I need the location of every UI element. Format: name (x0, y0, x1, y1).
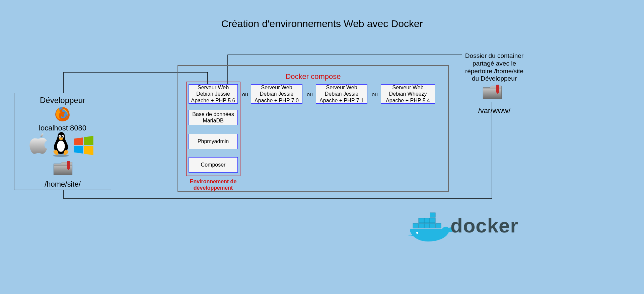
svg-rect-17 (436, 223, 441, 228)
php71-l1: Serveur Web (326, 85, 357, 90)
php54-l2: Debian Wheezy (389, 91, 427, 97)
composer-label: Composer (201, 162, 226, 168)
svg-rect-14 (419, 223, 424, 228)
phpmyadmin-label: Phpmyadmin (198, 138, 229, 144)
service-mariadb: Base de donnéesMariaDB (189, 110, 238, 125)
share-l1: Dossier du container (465, 52, 523, 59)
share-l3: répertoire /home/site (465, 68, 523, 75)
docker-compose-title: Docker compose (177, 72, 449, 81)
php70-l1: Serveur Web (261, 85, 292, 90)
share-caption: Dossier du container partagé avec le rép… (461, 52, 528, 83)
svg-point-5 (62, 136, 63, 137)
home-site-label: /home/site/ (14, 180, 111, 189)
svg-point-1 (53, 154, 69, 157)
mariadb-l1: Base de données (192, 111, 234, 117)
service-composer: Composer (189, 157, 238, 173)
php71-l3: Apache + PHP 7.1 (319, 98, 364, 103)
or-3: ou (372, 92, 378, 98)
service-php71: Serveur WebDebian JessieApache + PHP 7.1 (316, 84, 367, 104)
php54-l1: Serveur Web (392, 85, 423, 90)
env-caption-l1: Environnement de (190, 179, 237, 184)
developer-heading: Développeur (14, 96, 111, 105)
firefox-icon (54, 105, 71, 123)
svg-rect-9 (430, 213, 435, 217)
windows-icon (74, 135, 94, 156)
svg-point-18 (416, 232, 418, 234)
or-1: ou (242, 92, 248, 98)
apple-icon (28, 133, 48, 156)
var-www-label: /var/www/ (461, 106, 528, 115)
php71-l2: Debian Jessie (325, 91, 359, 97)
svg-point-4 (60, 136, 61, 137)
php70-l3: Apache + PHP 7.0 (255, 98, 299, 103)
svg-rect-13 (413, 223, 418, 228)
share-l4: du Développeur (472, 75, 517, 82)
svg-rect-11 (424, 218, 430, 223)
or-2: ou (307, 92, 313, 98)
php70-l2: Debian Jessie (260, 91, 294, 97)
svg-rect-16 (430, 223, 435, 228)
svg-point-6 (57, 140, 65, 152)
folder-icon (53, 161, 73, 177)
service-phpmyadmin: Phpmyadmin (189, 134, 238, 149)
svg-rect-8 (496, 85, 499, 92)
service-php54: Serveur WebDebian WheezyApache + PHP 5.4 (381, 84, 435, 104)
linux-tux-icon (50, 131, 72, 158)
share-l2: partagé avec le (473, 60, 516, 67)
php54-l3: Apache + PHP 5.4 (386, 98, 430, 103)
mariadb-l2: MariaDB (203, 118, 223, 123)
env-dev-caption: Environnement de développement (186, 178, 240, 191)
svg-rect-12 (430, 218, 435, 223)
folder-icon (482, 84, 502, 100)
env-caption-l2: développement (194, 185, 233, 191)
svg-rect-10 (419, 218, 424, 223)
php56-l3: Apache + PHP 5.6 (191, 98, 235, 103)
php56-l2: Debian Jessie (196, 91, 230, 97)
docker-brand-text: docker (450, 214, 518, 237)
svg-rect-15 (424, 223, 430, 228)
service-php56: Serveur WebDebian JessieApache + PHP 5.6 (189, 84, 238, 104)
service-php70: Serveur WebDebian JessieApache + PHP 7.0 (251, 84, 302, 104)
page-title: Création d'environnements Web avec Docke… (0, 18, 644, 29)
php56-l1: Serveur Web (198, 85, 229, 90)
